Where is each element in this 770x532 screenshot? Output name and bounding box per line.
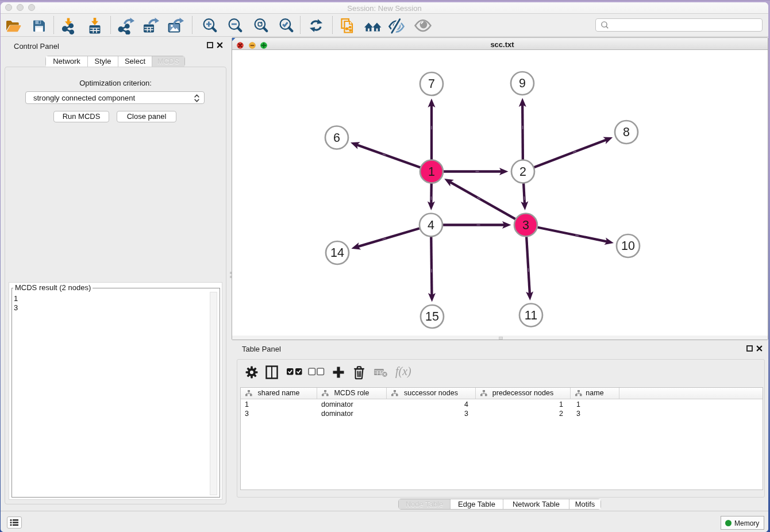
svg-text:2: 2 bbox=[519, 165, 526, 179]
svg-text:7: 7 bbox=[428, 77, 435, 91]
svg-text:9: 9 bbox=[519, 76, 526, 90]
svg-text:3: 3 bbox=[522, 218, 529, 232]
svg-text:10: 10 bbox=[621, 239, 635, 253]
svg-text:1: 1 bbox=[428, 165, 435, 179]
svg-text:14: 14 bbox=[330, 246, 344, 260]
svg-text:11: 11 bbox=[525, 309, 537, 322]
svg-text:15: 15 bbox=[425, 310, 439, 323]
svg-text:4: 4 bbox=[428, 218, 434, 232]
svg-text:8: 8 bbox=[623, 125, 630, 139]
svg-text:6: 6 bbox=[333, 131, 340, 145]
